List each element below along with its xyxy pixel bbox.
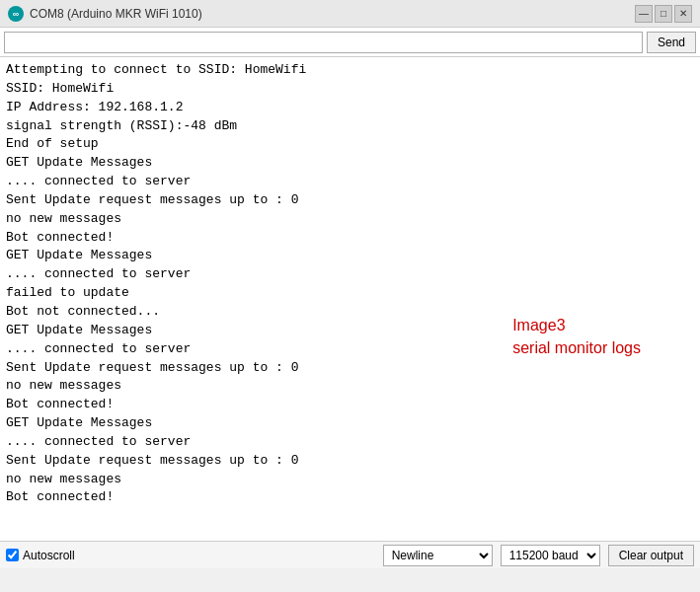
log-line: Bot not connected... — [6, 303, 694, 322]
log-line: .... connected to server — [6, 265, 694, 284]
log-line: IP Address: 192.168.1.2 — [6, 99, 694, 117]
log-line: .... connected to server — [6, 340, 694, 359]
log-line: no new messages — [6, 377, 694, 396]
toolbar: Send — [0, 28, 700, 57]
log-line: Sent Update request messages up to : 0 — [6, 359, 694, 378]
log-line: Bot connected! — [6, 396, 694, 414]
clear-output-button[interactable]: Clear output — [608, 545, 694, 566]
newline-dropdown[interactable]: No line endingNewlineCarriage returnBoth… — [383, 545, 493, 566]
log-line: Attempting to connect to SSID: HomeWifi — [6, 61, 694, 80]
log-line: .... connected to server — [6, 433, 694, 452]
log-line: Bot connected! — [6, 488, 694, 507]
log-line: GET Update Messages — [6, 414, 694, 433]
log-line: GET Update Messages — [6, 154, 694, 173]
title-bar: ∞ COM8 (Arduino MKR WiFi 1010) — □ ✕ — [0, 0, 700, 28]
log-line: signal strength (RSSI):-48 dBm — [6, 117, 694, 136]
log-line: failed to update — [6, 284, 694, 303]
serial-monitor-output[interactable]: Attempting to connect to SSID: HomeWifiS… — [0, 57, 700, 541]
arduino-logo-icon: ∞ — [8, 6, 24, 22]
window-controls: — □ ✕ — [635, 5, 692, 23]
log-line: GET Update Messages — [6, 322, 694, 340]
window-title: COM8 (Arduino MKR WiFi 1010) — [30, 7, 202, 21]
log-line: no new messages — [6, 210, 694, 229]
message-input[interactable] — [4, 32, 643, 53]
log-line: Bot connected! — [6, 229, 694, 248]
maximize-button[interactable]: □ — [655, 5, 672, 23]
title-bar-left: ∞ COM8 (Arduino MKR WiFi 1010) — [8, 6, 202, 22]
log-line: End of setup — [6, 135, 694, 154]
log-line: GET Update Messages — [6, 247, 694, 265]
autoscroll-label[interactable]: Autoscroll — [6, 549, 75, 562]
log-line: .... connected to server — [6, 173, 694, 191]
log-line: SSID: HomeWifi — [6, 80, 694, 99]
close-button[interactable]: ✕ — [674, 5, 692, 23]
autoscroll-checkbox[interactable] — [6, 549, 19, 561]
baud-rate-dropdown[interactable]: 300 baud1200 baud2400 baud4800 baud9600 … — [501, 545, 600, 566]
log-line: no new messages — [6, 471, 694, 489]
send-button[interactable]: Send — [647, 32, 696, 53]
log-line: Sent Update request messages up to : 0 — [6, 452, 694, 471]
minimize-button[interactable]: — — [635, 5, 653, 23]
autoscroll-text: Autoscroll — [23, 549, 75, 562]
status-bar: Autoscroll No line endingNewlineCarriage… — [0, 541, 700, 568]
log-line: Sent Update request messages up to : 0 — [6, 191, 694, 210]
